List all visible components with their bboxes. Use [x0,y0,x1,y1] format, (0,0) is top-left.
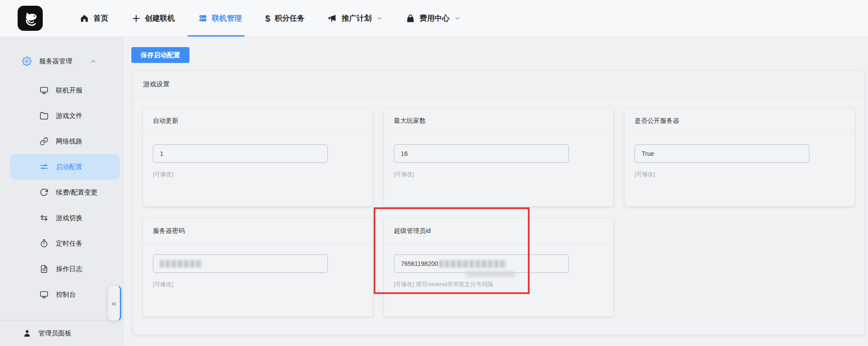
sidebar-item-label: 续费/配置变更 [56,188,97,197]
game-settings-panel: 游戏设置 自动更新 [可修改] 最大玩家数 [可修改] 是否公开服务 [133,70,865,335]
sidebar-group-server-management[interactable]: 服务器管理 [0,48,122,74]
sliders-icon [40,162,48,171]
chevron-up-icon [90,58,96,65]
nav-item-create-server[interactable]: 创建联机 [132,0,175,37]
nav-item-home[interactable]: 首页 [80,0,108,37]
sidebar-item-label: 操作日志 [56,265,82,273]
card-label: 最大玩家数 [384,108,614,134]
sidebar-item-renew-config-change[interactable]: 续费/配置变更 [10,180,120,205]
megaphone-icon [328,14,337,23]
nav-item-server-management[interactable]: 联机管理 [198,0,242,37]
nav-item-label: 创建联机 [145,13,175,23]
sidebar-item-network-lines[interactable]: 网络线路 [10,129,120,154]
masked-value-blur [439,260,506,268]
field-helper-text: [可修改] [153,170,363,178]
collapse-chevrons-icon: « [111,298,116,308]
sidebar-group-label: 服务器管理 [39,57,72,66]
sidebar-item-label: 定时任务 [56,239,82,248]
sidebar-item-label: 网络线路 [56,137,82,146]
server-icon [198,14,208,23]
sidebar-footer-label: 管理员面板 [38,329,71,338]
chevron-down-icon [455,15,460,21]
plus-icon [132,14,141,23]
server-password-input[interactable] [153,254,328,273]
main-content: 保存启动配置 游戏设置 自动更新 [可修改] 最大玩家数 [可修改] [122,37,868,346]
sidebar-item-list: 联机开服 游戏文件 网络线路 启动配置 续费/配置变更 [0,77,122,307]
bag-icon [406,14,415,23]
settings-card-grid: 自动更新 [可修改] 最大玩家数 [可修改] 是否公开服务器 [ [133,98,864,326]
sidebar-item-operation-logs[interactable]: 操作日志 [10,256,120,282]
sidebar-item-scheduled-tasks[interactable]: 定时任务 [10,231,120,256]
sidebar-item-label: 联机开服 [56,86,82,95]
nav-item-label: 推广计划 [341,13,371,23]
steamid-visible-value: 76561198200 [401,260,438,267]
nav-item-point-tasks[interactable]: $ 积分任务 [265,0,304,37]
console-icon [40,290,48,299]
stopwatch-icon [40,239,48,248]
link-icon [40,137,48,146]
max-players-input[interactable] [394,144,569,163]
log-icon [40,265,48,273]
home-icon [80,14,89,23]
top-navbar: 首页 创建联机 联机管理 $ 积分任务 推广计划 [0,0,868,37]
card-label: 自动更新 [143,108,373,134]
auto-update-input[interactable] [153,144,328,163]
card-server-password: 服务器密码 [可修改] [143,218,373,317]
sidebar-item-game-files[interactable]: 游戏文件 [10,103,120,129]
chevron-down-icon [377,15,382,21]
field-helper-text: [可修改] [394,170,604,178]
card-label: 服务器密码 [143,218,373,244]
panel-title: 游戏设置 [133,71,864,98]
sidebar-item-label: 游戏文件 [56,112,82,120]
nav-item-promotion-plan[interactable]: 推广计划 [328,0,382,37]
nav-item-label: 首页 [93,13,108,23]
sidebar-item-game-switch[interactable]: 游戏切换 [10,205,120,231]
nav-item-label: 费用中心 [419,13,449,23]
sidebar-item-label: 启动配置 [56,163,82,171]
sidebar-item-label: 控制台 [56,291,76,299]
card-max-players: 最大玩家数 [可修改] [384,108,614,206]
app-logo[interactable] [18,6,43,31]
nav-item-label: 积分任务 [274,13,304,23]
super-admin-id-input[interactable]: 76561198200 [394,254,569,273]
user-icon [23,329,31,338]
sidebar-item-admin-panel[interactable]: 管理员面板 [0,320,122,346]
card-super-admin-id: 超级管理员id 76561198200 [可修改] 填写steamid并用英文分… [384,218,614,317]
card-public-server: 是否公开服务器 [可修改] [624,108,855,206]
masked-value-blur [160,260,202,268]
field-helper-text: [可修改] [634,170,845,178]
sidebar: 服务器管理 联机开服 游戏文件 网络线路 启动配置 [0,37,122,346]
nav-item-label: 联机管理 [212,13,242,23]
field-helper-text: [可修改] [153,280,363,288]
gear-icon [22,56,32,66]
folder-icon [40,111,48,120]
card-label: 是否公开服务器 [625,108,854,134]
sidebar-collapse-toggle[interactable]: « [108,285,121,321]
sidebar-item-server-launch[interactable]: 联机开服 [10,77,120,103]
public-server-input[interactable] [634,144,809,163]
nav-menu: 首页 创建联机 联机管理 $ 积分任务 推广计划 [80,0,460,37]
save-launch-config-button[interactable]: 保存启动配置 [131,47,189,63]
sidebar-item-launch-config[interactable]: 启动配置 [10,154,120,180]
card-auto-update: 自动更新 [可修改] [143,108,373,206]
field-helper-text: [可修改] 填写steamid并用英文分号间隔 [394,280,604,288]
dollar-icon: $ [265,14,270,23]
card-label: 超级管理员id [384,218,614,244]
nav-item-billing-center[interactable]: 费用中心 [406,0,460,37]
fish-logo-icon [21,9,40,28]
sidebar-item-label: 游戏切换 [56,214,82,222]
sidebar-item-console[interactable]: 控制台 [10,282,120,307]
monitor-icon [40,86,48,95]
refresh-icon [40,188,48,197]
swap-icon [40,213,48,222]
